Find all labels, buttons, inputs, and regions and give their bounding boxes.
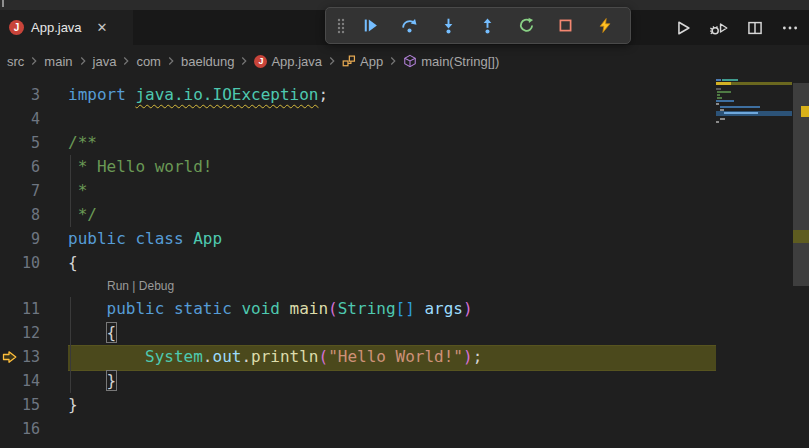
breadcrumb-label: main <box>44 54 72 69</box>
breadcrumb-item-java[interactable]: java <box>93 54 117 69</box>
restart-button[interactable] <box>507 11 546 41</box>
hot-code-replace-button[interactable] <box>585 11 624 41</box>
breadcrumb-label: App <box>360 54 383 69</box>
code-line-7[interactable]: 7 * <box>0 179 809 203</box>
split-editor-button[interactable] <box>746 19 764 37</box>
breadcrumb: srcmainjavacombaeldungJApp.javaAppmain(S… <box>0 45 809 77</box>
line-number[interactable]: 5 <box>0 131 40 155</box>
breadcrumb-label: baeldung <box>181 54 235 69</box>
breadcrumb-label: main(String[]) <box>421 54 499 69</box>
code-text: public static void main(String[] args) <box>40 297 473 321</box>
line-number[interactable]: 11 <box>0 297 40 321</box>
code-line-10[interactable]: 10{ <box>0 251 809 275</box>
code-text: { <box>40 251 78 275</box>
code-area[interactable]: 3import java.io.IOException;45/**6 * Hel… <box>0 83 809 441</box>
codelens-run-debug[interactable]: Run | Debug <box>107 279 174 293</box>
minimap[interactable] <box>716 79 792 209</box>
tab-app-java[interactable]: J App.java ✕ <box>0 10 133 45</box>
chevron-right-icon <box>76 54 90 68</box>
line-number[interactable]: 4 <box>0 107 40 131</box>
continue-button[interactable] <box>351 11 390 41</box>
code-text <box>40 107 68 131</box>
debug-current-line-arrow-icon <box>2 349 18 365</box>
code-line-16[interactable]: 16 <box>0 417 809 441</box>
stop-icon <box>557 17 574 34</box>
overview-warning-mark <box>801 106 809 117</box>
hot-code-replace-icon <box>597 17 613 34</box>
line-number[interactable]: 16 <box>0 417 40 441</box>
code-line-11[interactable]: 11 public static void main(String[] args… <box>0 297 809 321</box>
breadcrumb-item-com[interactable]: com <box>136 54 161 69</box>
code-line-15[interactable]: 15} <box>0 393 809 417</box>
step-into-icon <box>440 17 457 34</box>
line-number[interactable]: 7 <box>0 179 40 203</box>
line-number[interactable]: 10 <box>0 251 40 275</box>
java-file-icon: J <box>254 55 267 68</box>
codelens-row: Run | Debug <box>0 275 809 297</box>
debug-alt-icon <box>709 19 729 37</box>
chevron-right-icon <box>119 54 133 68</box>
code-text: */ <box>40 203 97 227</box>
tab-close-icon[interactable]: ✕ <box>97 20 108 35</box>
code-line-12[interactable]: 12 { <box>0 321 809 345</box>
java-file-icon: J <box>9 20 24 35</box>
line-number[interactable]: 14 <box>0 369 40 393</box>
debug-alt-button[interactable] <box>709 19 729 37</box>
breadcrumb-item-app-java[interactable]: JApp.java <box>254 54 322 69</box>
continue-icon <box>362 17 379 34</box>
code-text: } <box>40 369 116 393</box>
step-over-button[interactable] <box>390 11 429 41</box>
code-text: { <box>40 321 116 345</box>
drag-handle-icon <box>336 17 348 35</box>
line-number[interactable]: 8 <box>0 203 40 227</box>
debug-toolbar-drag-handle[interactable] <box>332 11 351 41</box>
step-into-button[interactable] <box>429 11 468 41</box>
code-text: /** <box>40 131 97 155</box>
line-number[interactable]: 15 <box>0 393 40 417</box>
breadcrumb-item-baeldung[interactable]: baeldung <box>181 54 235 69</box>
debug-toolbar <box>325 7 631 44</box>
chevron-right-icon <box>386 54 400 68</box>
code-line-8[interactable]: 8 */ <box>0 203 809 227</box>
step-over-icon <box>401 17 418 34</box>
run-button[interactable] <box>674 19 692 37</box>
chevron-right-icon <box>164 54 178 68</box>
more-actions-icon <box>781 19 799 37</box>
chevron-right-icon <box>325 54 339 68</box>
step-out-icon <box>479 17 496 34</box>
breadcrumb-label: com <box>136 54 161 69</box>
run-icon <box>674 19 692 37</box>
breadcrumb-label: java <box>93 54 117 69</box>
more-actions-button[interactable] <box>781 19 799 37</box>
stop-button[interactable] <box>546 11 585 41</box>
line-number[interactable]: 9 <box>0 227 40 251</box>
line-number[interactable]: 3 <box>0 83 40 107</box>
code-line-13[interactable]: 13 System.out.println("Hello World!"); <box>0 345 809 369</box>
breadcrumb-item-main[interactable]: main <box>44 54 72 69</box>
line-number[interactable]: 12 <box>0 321 40 345</box>
code-line-4[interactable]: 4 <box>0 107 809 131</box>
line-number[interactable]: 6 <box>0 155 40 179</box>
breadcrumb-item-app[interactable]: App <box>342 54 383 69</box>
code-text: System.out.println("Hello World!"); <box>40 345 482 369</box>
chevron-right-icon <box>27 54 41 68</box>
editor-scrollbar[interactable] <box>793 77 809 448</box>
breadcrumb-label: src <box>7 54 24 69</box>
code-line-6[interactable]: 6 * Hello world! <box>0 155 809 179</box>
breadcrumb-item-main-string[interactable]: main(String[]) <box>403 54 499 69</box>
step-out-button[interactable] <box>468 11 507 41</box>
overview-debug-line-mark <box>793 230 809 243</box>
split-editor-icon <box>746 19 764 37</box>
vscode-window: J App.java ✕ srcmainjavacombaeldungJApp.… <box>0 0 809 448</box>
breadcrumb-label: App.java <box>271 54 322 69</box>
caret-artifact <box>2 0 4 7</box>
code-line-5[interactable]: 5/** <box>0 131 809 155</box>
code-text: * Hello world! <box>40 155 213 179</box>
code-text <box>40 417 68 441</box>
code-text: import java.io.IOException; <box>40 83 328 107</box>
symbol-method-icon <box>403 54 417 68</box>
code-line-9[interactable]: 9public class App <box>0 227 809 251</box>
code-line-3[interactable]: 3import java.io.IOException; <box>0 83 809 107</box>
code-line-14[interactable]: 14 } <box>0 369 809 393</box>
breadcrumb-item-src[interactable]: src <box>7 54 24 69</box>
